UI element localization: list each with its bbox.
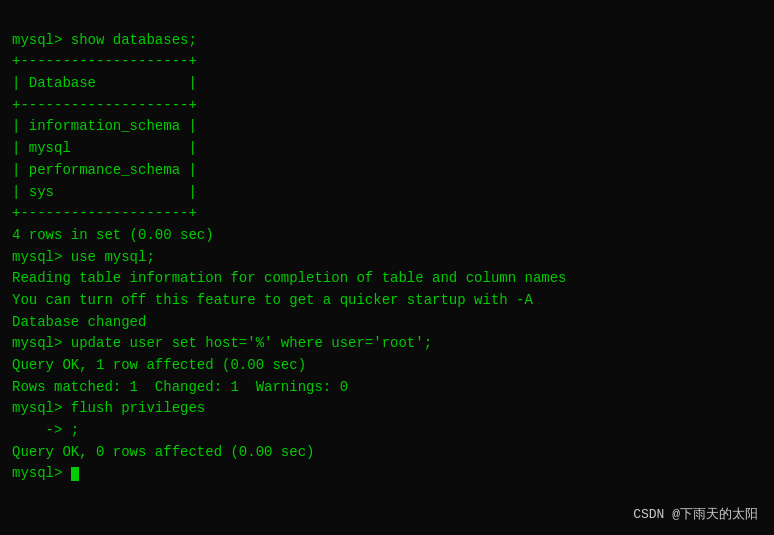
terminal-line: mysql> — [12, 463, 762, 485]
terminal-output: mysql> show databases;+-----------------… — [12, 8, 762, 485]
terminal-cursor — [71, 467, 79, 481]
terminal-line: You can turn off this feature to get a q… — [12, 290, 762, 312]
terminal-line: mysql> show databases; — [12, 30, 762, 52]
terminal-line: mysql> flush privileges — [12, 398, 762, 420]
terminal-line: | Database | — [12, 73, 762, 95]
watermark: CSDN @下雨天的太阳 — [633, 505, 758, 523]
terminal-line: Reading table information for completion… — [12, 268, 762, 290]
terminal-line: -> ; — [12, 420, 762, 442]
terminal-line: +--------------------+ — [12, 95, 762, 117]
terminal-line: | information_schema | — [12, 116, 762, 138]
terminal-line: | mysql | — [12, 138, 762, 160]
terminal-line: Rows matched: 1 Changed: 1 Warnings: 0 — [12, 377, 762, 399]
terminal-line: Query OK, 1 row affected (0.00 sec) — [12, 355, 762, 377]
terminal-line: 4 rows in set (0.00 sec) — [12, 225, 762, 247]
terminal-line: mysql> update user set host='%' where us… — [12, 333, 762, 355]
terminal-line: mysql> use mysql; — [12, 247, 762, 269]
terminal-line: +--------------------+ — [12, 51, 762, 73]
terminal-line: Query OK, 0 rows affected (0.00 sec) — [12, 442, 762, 464]
terminal-line: +--------------------+ — [12, 203, 762, 225]
terminal-line: Database changed — [12, 312, 762, 334]
terminal-line: | performance_schema | — [12, 160, 762, 182]
terminal-line: | sys | — [12, 182, 762, 204]
